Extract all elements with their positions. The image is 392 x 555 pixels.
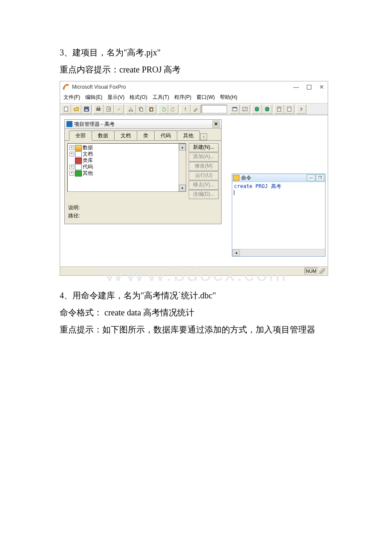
- tb-report-icon[interactable]: [274, 104, 284, 114]
- data-icon: [75, 145, 82, 151]
- close-button[interactable]: ✕: [318, 84, 325, 90]
- pm-tab-code[interactable]: 代码: [154, 130, 177, 140]
- tb-undo-icon[interactable]: [158, 104, 168, 114]
- pm-btn-new[interactable]: 新建(N)...: [189, 143, 219, 152]
- tb-combo[interactable]: [202, 105, 227, 113]
- tree-item-data[interactable]: +数据: [69, 145, 186, 151]
- tb-modify-icon[interactable]: [190, 104, 201, 114]
- tb-open-icon[interactable]: [71, 104, 81, 114]
- pm-pin-button[interactable]: ↕: [200, 133, 207, 140]
- tree-item-doc[interactable]: +文档: [69, 151, 186, 157]
- vfp-app-window: Microsoft Visual FoxPro — ✕ 文件(F) 编辑(E) …: [60, 81, 328, 276]
- code-icon: [75, 164, 82, 170]
- tb-db2-icon[interactable]: [262, 104, 272, 114]
- tree-scrollbar[interactable]: ▴ ▾: [179, 144, 186, 191]
- doc-line-1: 3、建项目，名为"高考.pjx": [60, 45, 332, 60]
- tb-db-icon[interactable]: [252, 104, 262, 114]
- tb-run-icon[interactable]: !: [180, 104, 190, 114]
- pm-btn-run: 运行(U): [189, 171, 219, 180]
- doc-line-2: 重点内容提示：create PROJ 高考: [60, 62, 332, 77]
- menu-window[interactable]: 窗口(W): [195, 93, 216, 101]
- vfp-title-text: Microsoft Visual FoxPro: [72, 84, 293, 90]
- svg-rect-14: [233, 107, 237, 108]
- minimize-button[interactable]: —: [293, 84, 300, 90]
- pm-btn-build[interactable]: 连编(D)...: [189, 190, 219, 199]
- svg-rect-10: [140, 108, 143, 111]
- cmd-title-text: 命令: [241, 174, 306, 182]
- workspace: 项目管理器 - 高考 ✕ 全部 数据 文档 类 代码 其他 ↕: [60, 115, 328, 266]
- cmd-maximize-button[interactable]: ❐: [316, 174, 324, 181]
- pm-tab-all[interactable]: 全部: [69, 130, 92, 141]
- tb-label-icon[interactable]: [284, 104, 294, 114]
- svg-rect-3: [97, 108, 100, 110]
- cmd-titlebar[interactable]: 命令 — ❐: [232, 174, 325, 182]
- tb-paste-icon[interactable]: [146, 104, 156, 114]
- doc-line-3: 4、用命令建库，名为"高考情况`统计.dbc": [60, 288, 332, 303]
- menu-format[interactable]: 格式(O): [128, 93, 149, 101]
- cmd-line-1: create PROJ 高考: [234, 183, 323, 190]
- pm-titlebar[interactable]: 项目管理器 - 高考 ✕: [65, 120, 221, 129]
- scroll-down-icon[interactable]: ▾: [179, 185, 186, 191]
- tb-cut-icon[interactable]: [126, 104, 136, 114]
- svg-rect-4: [97, 107, 100, 108]
- menu-tools[interactable]: 工具(T): [151, 93, 171, 101]
- document-icon: [75, 151, 82, 157]
- cmd-h-scrollbar[interactable]: ◂: [232, 249, 325, 256]
- menu-help[interactable]: 帮助(H): [218, 93, 239, 101]
- cmd-minimize-button[interactable]: —: [307, 174, 315, 181]
- tb-copy-icon[interactable]: [136, 104, 146, 114]
- menubar: 文件(F) 编辑(E) 显示(V) 格式(O) 工具(T) 程序(P) 窗口(W…: [60, 92, 328, 103]
- pm-close-button[interactable]: ✕: [213, 121, 219, 127]
- command-icon: [233, 175, 239, 181]
- scroll-left-icon[interactable]: ◂: [232, 249, 240, 256]
- tb-print-icon[interactable]: [93, 104, 104, 114]
- doc-line-5: 重点提示：如下图所示，数据库要通过添加的方式，加入项目管理器: [60, 322, 332, 337]
- menu-edit[interactable]: 编辑(E): [84, 93, 104, 101]
- menu-program[interactable]: 程序(P): [173, 93, 193, 101]
- maximize-button[interactable]: [306, 84, 312, 90]
- cmd-caret: [234, 190, 235, 195]
- menu-view[interactable]: 显示(V): [106, 93, 126, 101]
- tb-spell-icon[interactable]: ✓: [114, 104, 124, 114]
- other-icon: [75, 171, 82, 176]
- pm-title-text: 项目管理器 - 高考: [74, 121, 213, 128]
- pm-icon: [66, 121, 72, 127]
- toolbar: ✓ ! ?: [60, 103, 328, 115]
- tb-preview-icon[interactable]: [104, 104, 114, 114]
- pm-btn-remove: 移去(V)...: [189, 181, 219, 190]
- tb-redo-icon[interactable]: [168, 104, 179, 114]
- tb-help-icon[interactable]: ?: [296, 104, 306, 114]
- svg-rect-0: [64, 107, 68, 111]
- pm-tab-class[interactable]: 类: [137, 130, 155, 140]
- pm-tree[interactable]: +数据 +文档 类库 +代码 +其他 ▴ ▾: [67, 143, 186, 192]
- tree-item-class[interactable]: 类库: [69, 157, 186, 164]
- tree-item-code[interactable]: +代码: [69, 164, 186, 170]
- tb-form-icon[interactable]: [230, 104, 240, 114]
- doc-line-4: 命令格式： create data 高考情况统计: [60, 305, 332, 320]
- tb-new-icon[interactable]: [61, 104, 71, 114]
- pm-button-col: 新建(N)... 添加(A)... 修改(M) 运行(U) 移去(V)... 连…: [189, 143, 219, 199]
- vfp-titlebar: Microsoft Visual FoxPro — ✕: [60, 81, 328, 92]
- pm-tab-data[interactable]: 数据: [92, 130, 115, 140]
- cmd-input-area[interactable]: create PROJ 高考: [232, 182, 325, 249]
- pm-tab-doc[interactable]: 文档: [114, 130, 137, 140]
- scroll-up-icon[interactable]: ▴: [179, 144, 186, 150]
- pm-tab-other[interactable]: 其他: [177, 130, 200, 140]
- svg-rect-21: [288, 107, 291, 111]
- command-window: 命令 — ❐ create PROJ 高考 ◂: [232, 173, 326, 257]
- svg-rect-12: [150, 108, 153, 111]
- project-manager-window: 项目管理器 - 高考 ✕ 全部 数据 文档 类 代码 其他 ↕: [64, 119, 222, 224]
- pm-btn-add[interactable]: 添加(A)...: [189, 153, 219, 162]
- pm-path-label: 路径:: [68, 212, 218, 220]
- menu-file[interactable]: 文件(F): [62, 93, 82, 101]
- pm-desc-label: 说明:: [68, 204, 218, 211]
- svg-rect-2: [85, 110, 88, 111]
- class-icon: [75, 158, 82, 164]
- watermark: WWW.bdocx.com: [60, 262, 332, 286]
- pm-footer: 说明: 路径:: [65, 202, 221, 224]
- tree-item-other[interactable]: +其他: [69, 170, 186, 176]
- foxpro-icon: [63, 84, 69, 90]
- tb-autoform-icon[interactable]: [240, 104, 250, 114]
- tb-save-icon[interactable]: [81, 104, 92, 114]
- pm-tabs: 全部 数据 文档 类 代码 其他 ↕: [65, 129, 221, 140]
